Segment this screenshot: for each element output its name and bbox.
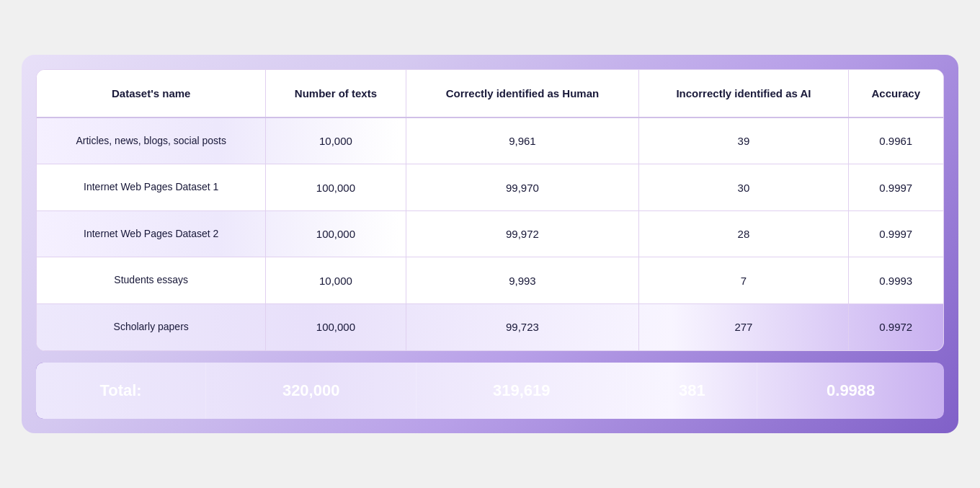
table-row: Internet Web Pages Dataset 2100,00099,97… <box>37 210 943 257</box>
incorrectly-identified: 7 <box>639 257 848 304</box>
table-row: Internet Web Pages Dataset 1100,00099,97… <box>37 164 943 211</box>
table-row: Students essays10,0009,99370.9993 <box>37 257 943 304</box>
total-label: Total: <box>36 363 206 420</box>
main-container: Dataset's name Number of texts Correctly… <box>22 55 958 434</box>
correctly-identified: 9,961 <box>406 117 639 164</box>
accuracy-value: 0.9993 <box>848 257 943 304</box>
correctly-identified: 99,972 <box>406 210 639 257</box>
total-correctly: 319,619 <box>416 363 627 420</box>
col-header-correctly: Correctly identified as Human <box>406 70 639 117</box>
incorrectly-identified: 28 <box>639 210 848 257</box>
accuracy-value: 0.9972 <box>848 303 943 350</box>
table-row: Scholarly papers100,00099,7232770.9972 <box>37 303 943 350</box>
correctly-identified: 99,723 <box>406 303 639 350</box>
num-texts: 100,000 <box>266 164 406 211</box>
num-texts: 10,000 <box>266 117 406 164</box>
dataset-name: Internet Web Pages Dataset 1 <box>37 164 266 211</box>
incorrectly-identified: 39 <box>639 117 848 164</box>
dataset-name: Internet Web Pages Dataset 2 <box>37 210 266 257</box>
total-bar: Total: 320,000 319,619 381 0.9988 <box>36 363 944 420</box>
total-table: Total: 320,000 319,619 381 0.9988 <box>36 363 944 420</box>
total-row: Total: 320,000 319,619 381 0.9988 <box>36 363 944 420</box>
correctly-identified: 9,993 <box>406 257 639 304</box>
col-header-incorrectly: Incorrectly identified as AI <box>639 70 848 117</box>
correctly-identified: 99,970 <box>406 164 639 211</box>
incorrectly-identified: 277 <box>639 303 848 350</box>
accuracy-value: 0.9961 <box>848 117 943 164</box>
data-table-wrapper: Dataset's name Number of texts Correctly… <box>36 69 944 351</box>
dataset-name: Articles, news, blogs, social posts <box>37 117 266 164</box>
dataset-name: Students essays <box>37 257 266 304</box>
col-header-num-texts: Number of texts <box>266 70 406 117</box>
num-texts: 100,000 <box>266 303 406 350</box>
dataset-name: Scholarly papers <box>37 303 266 350</box>
total-accuracy: 0.9988 <box>757 363 944 420</box>
accuracy-value: 0.9997 <box>848 164 943 211</box>
table-row: Articles, news, blogs, social posts10,00… <box>37 117 943 164</box>
total-incorrectly: 381 <box>627 363 757 420</box>
col-header-dataset: Dataset's name <box>37 70 266 117</box>
num-texts: 100,000 <box>266 210 406 257</box>
data-table: Dataset's name Number of texts Correctly… <box>37 70 943 350</box>
total-num-texts: 320,000 <box>206 363 416 420</box>
num-texts: 10,000 <box>266 257 406 304</box>
col-header-accuracy: Accuracy <box>848 70 943 117</box>
incorrectly-identified: 30 <box>639 164 848 211</box>
accuracy-value: 0.9997 <box>848 210 943 257</box>
table-header-row: Dataset's name Number of texts Correctly… <box>37 70 943 117</box>
